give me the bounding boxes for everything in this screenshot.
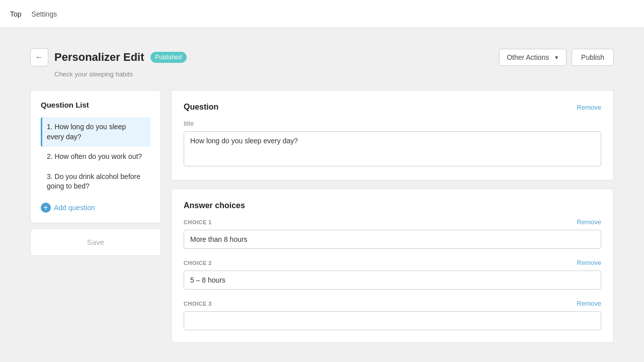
question-item-3-text: 3. Do you drink alcohol before going to …	[47, 172, 140, 191]
choice-3-section: CHOICE 3 Remove	[184, 300, 601, 330]
choice-2-label: CHOICE 2	[184, 260, 212, 266]
add-question-button[interactable]: + Add question	[41, 203, 150, 213]
question-card-header: Question Remove	[184, 103, 601, 112]
save-button[interactable]: Save	[41, 235, 150, 249]
answer-choices-title: Answer choices	[184, 201, 245, 210]
content-columns: Question List 1. How long do you sleep e…	[30, 90, 614, 343]
question-card-title: Question	[184, 103, 218, 112]
question-item-1-text: 1. How long do you sleep every day?	[47, 123, 126, 141]
question-item-1[interactable]: 1. How long do you sleep every day?	[41, 117, 150, 147]
choice-3-input[interactable]	[184, 311, 601, 330]
save-card: Save	[30, 228, 161, 256]
page-header: ← Personalizer Edit Published Other Acti…	[30, 48, 614, 66]
choice-3-remove-button[interactable]: Remove	[577, 300, 601, 307]
question-field-label: title	[184, 120, 601, 127]
back-arrow-icon: ←	[35, 53, 43, 62]
left-panel: Question List 1. How long do you sleep e…	[30, 90, 161, 256]
page-title: Personalizer Edit	[54, 51, 144, 64]
choice-3-header: CHOICE 3 Remove	[184, 300, 601, 307]
right-panel: Question Remove title Answer choices CHO…	[171, 90, 614, 343]
question-list-card: Question List 1. How long do you sleep e…	[30, 90, 161, 223]
add-question-label: Add question	[54, 204, 95, 212]
plus-circle-icon: +	[41, 203, 51, 213]
choice-1-section: CHOICE 1 Remove	[184, 218, 601, 249]
question-title-input[interactable]	[184, 131, 601, 166]
publish-button[interactable]: Publish	[572, 49, 614, 66]
question-item-2[interactable]: 2. How often do you work out?	[41, 147, 150, 167]
choice-1-header: CHOICE 1 Remove	[184, 218, 601, 226]
main-content: ← Personalizer Edit Published Other Acti…	[0, 28, 644, 362]
choice-3-label: CHOICE 3	[184, 301, 212, 307]
other-actions-button[interactable]: Other Actions ▼	[499, 49, 567, 66]
question-remove-button[interactable]: Remove	[577, 104, 601, 111]
back-button[interactable]: ←	[30, 48, 48, 66]
answer-choices-header: Answer choices	[184, 201, 601, 210]
choice-2-input[interactable]	[184, 270, 601, 290]
header-right: Other Actions ▼ Publish	[499, 49, 614, 66]
choice-1-input[interactable]	[184, 230, 601, 249]
question-list-title: Question List	[41, 101, 150, 109]
answer-choices-card: Answer choices CHOICE 1 Remove CHOICE 2 …	[171, 189, 614, 343]
nav-item-settings[interactable]: Settings	[32, 8, 57, 20]
chevron-down-icon: ▼	[554, 55, 559, 60]
question-item-2-text: 2. How often do you work out?	[47, 152, 142, 160]
page-subtitle: Check your sleeping habits	[54, 70, 614, 78]
question-card: Question Remove title	[171, 90, 614, 180]
choice-1-remove-button[interactable]: Remove	[577, 218, 601, 226]
header-left: ← Personalizer Edit Published	[30, 48, 187, 66]
top-nav: Top Settings	[0, 0, 644, 28]
choice-1-label: CHOICE 1	[184, 219, 212, 225]
question-item-3[interactable]: 3. Do you drink alcohol before going to …	[41, 167, 150, 197]
nav-item-top[interactable]: Top	[10, 8, 22, 20]
other-actions-label: Other Actions	[507, 53, 549, 61]
choice-2-section: CHOICE 2 Remove	[184, 259, 601, 290]
choice-2-header: CHOICE 2 Remove	[184, 259, 601, 266]
published-badge: Published	[150, 52, 187, 63]
choice-2-remove-button[interactable]: Remove	[577, 259, 601, 266]
